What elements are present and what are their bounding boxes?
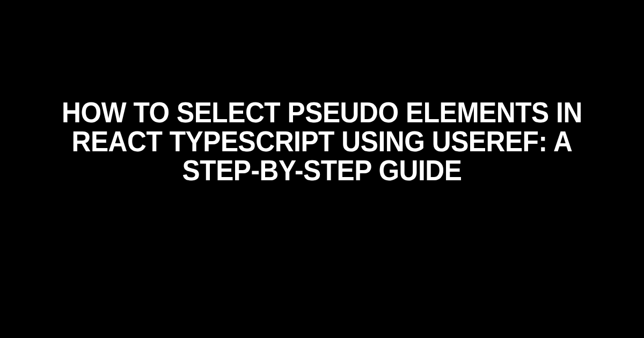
page-title: How to Select Pseudo Elements in React T… (26, 98, 618, 185)
